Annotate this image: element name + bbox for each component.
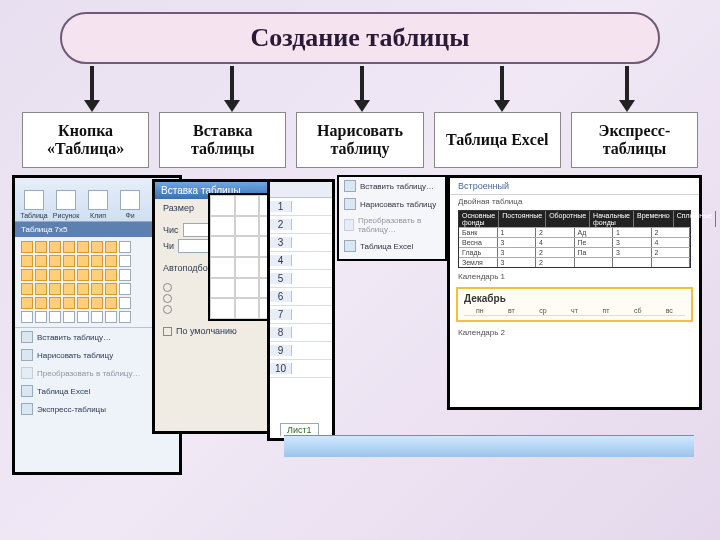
grid-cell[interactable] <box>77 311 89 323</box>
insert-table-icon <box>21 331 33 343</box>
method-labels-row: Кнопка «Таблица» Вставка таблицы Нарисов… <box>0 112 720 168</box>
grid-cell[interactable] <box>21 269 33 281</box>
grid-cell[interactable] <box>105 255 117 267</box>
grid-cell[interactable] <box>21 297 33 309</box>
excel-row[interactable]: 4 <box>270 252 332 270</box>
grid-cell[interactable] <box>77 297 89 309</box>
arrow <box>625 66 629 102</box>
grid-cell[interactable] <box>49 241 61 253</box>
grid-cell[interactable] <box>63 241 75 253</box>
menu-item-label: Вставить таблицу… <box>360 182 434 191</box>
excel-row[interactable]: 8 <box>270 324 332 342</box>
arrows-group <box>0 66 720 112</box>
excel-row[interactable]: 9 <box>270 342 332 360</box>
grid-cell[interactable] <box>49 283 61 295</box>
calendar-sample[interactable]: Декабрь пнвтсрчтптсбвс <box>456 287 693 322</box>
method-label: Кнопка «Таблица» <box>22 112 149 168</box>
row-header[interactable]: 3 <box>270 237 292 248</box>
radio-option[interactable] <box>163 283 172 292</box>
row-header[interactable]: 8 <box>270 327 292 338</box>
grid-cell[interactable] <box>91 241 103 253</box>
grid-cell[interactable] <box>63 297 75 309</box>
grid-cell[interactable] <box>63 255 75 267</box>
grid-cell[interactable] <box>49 311 61 323</box>
ribbon-button-table[interactable]: Таблица <box>19 181 49 219</box>
grid-cell[interactable] <box>49 297 61 309</box>
excel-icon <box>21 385 33 397</box>
grid-cell[interactable] <box>105 241 117 253</box>
excel-row[interactable]: 5 <box>270 270 332 288</box>
grid-cell[interactable] <box>35 241 47 253</box>
menu-item-convert[interactable]: Преобразовать в таблицу… <box>339 213 445 237</box>
grid-cell[interactable] <box>119 297 131 309</box>
grid-cell[interactable] <box>63 283 75 295</box>
sample-table[interactable]: Основные фондыПостоянныеОборотныеНачальн… <box>458 210 691 268</box>
menu-item-label: Нарисовать таблицу <box>360 200 436 209</box>
grid-cell[interactable] <box>119 255 131 267</box>
radio-option[interactable] <box>163 294 172 303</box>
grid-cell[interactable] <box>63 269 75 281</box>
grid-cell[interactable] <box>105 311 117 323</box>
excel-row[interactable]: 6 <box>270 288 332 306</box>
default-checkbox[interactable] <box>163 327 172 336</box>
row-header[interactable]: 2 <box>270 219 292 230</box>
row-header[interactable]: 1 <box>270 201 292 212</box>
col-header: Основные фонды <box>459 211 499 227</box>
row-header[interactable]: 7 <box>270 309 292 320</box>
picture-icon <box>56 190 76 210</box>
excel-icon <box>344 240 356 252</box>
row-header[interactable]: 5 <box>270 273 292 284</box>
grid-cell[interactable] <box>77 269 89 281</box>
excel-row[interactable]: 7 <box>270 306 332 324</box>
calendar-label: Календарь 2 <box>450 326 699 339</box>
grid-cell[interactable] <box>77 241 89 253</box>
grid-cell[interactable] <box>35 311 47 323</box>
ribbon-button-shapes[interactable]: Фи <box>115 181 145 219</box>
day-header: пт <box>590 306 622 316</box>
grid-cell[interactable] <box>91 297 103 309</box>
grid-cell[interactable] <box>21 283 33 295</box>
row-header[interactable]: 10 <box>270 363 292 374</box>
grid-cell[interactable] <box>35 255 47 267</box>
grid-cell[interactable] <box>35 297 47 309</box>
grid-cell[interactable] <box>77 255 89 267</box>
grid-cell[interactable] <box>35 283 47 295</box>
grid-cell[interactable] <box>49 255 61 267</box>
excel-row[interactable]: 3 <box>270 234 332 252</box>
excel-row[interactable]: 2 <box>270 216 332 234</box>
row-header[interactable]: 4 <box>270 255 292 266</box>
grid-cell[interactable] <box>105 269 117 281</box>
grid-cell[interactable] <box>77 283 89 295</box>
convert-icon <box>21 367 33 379</box>
grid-cell[interactable] <box>21 241 33 253</box>
grid-cell[interactable] <box>105 283 117 295</box>
menu-item-insert-table[interactable]: Вставить таблицу… <box>339 177 445 195</box>
excel-row[interactable]: 10 <box>270 360 332 378</box>
grid-cell[interactable] <box>105 297 117 309</box>
grid-cell[interactable] <box>49 269 61 281</box>
shapes-icon <box>120 190 140 210</box>
insert-table-icon <box>344 180 356 192</box>
row-header[interactable]: 6 <box>270 291 292 302</box>
grid-cell[interactable] <box>119 283 131 295</box>
ribbon-button-clip[interactable]: Клип <box>83 181 113 219</box>
grid-cell[interactable] <box>63 311 75 323</box>
grid-cell[interactable] <box>21 255 33 267</box>
radio-option[interactable] <box>163 305 172 314</box>
row-header[interactable]: 9 <box>270 345 292 356</box>
excel-row[interactable]: 1 <box>270 198 332 216</box>
grid-cell[interactable] <box>91 283 103 295</box>
grid-cell[interactable] <box>119 311 131 323</box>
method-label: Вставка таблицы <box>159 112 286 168</box>
ribbon-button-picture[interactable]: Рисунок <box>51 181 81 219</box>
grid-cell[interactable] <box>91 269 103 281</box>
menu-item-draw-table[interactable]: Нарисовать таблицу <box>339 195 445 213</box>
menu-item-excel[interactable]: Таблица Excel <box>339 237 445 255</box>
grid-cell[interactable] <box>119 269 131 281</box>
grid-cell[interactable] <box>91 255 103 267</box>
grid-cell[interactable] <box>119 241 131 253</box>
grid-cell[interactable] <box>21 311 33 323</box>
grid-cell[interactable] <box>35 269 47 281</box>
arrow <box>500 66 504 102</box>
grid-cell[interactable] <box>91 311 103 323</box>
